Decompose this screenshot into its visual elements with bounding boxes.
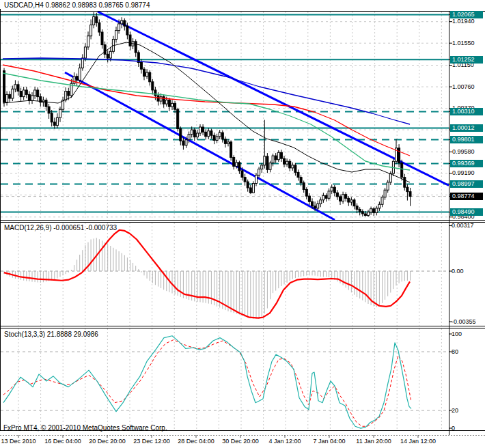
candle-body <box>37 90 39 97</box>
candle-body <box>48 107 50 113</box>
candle-body <box>359 210 361 212</box>
candle-body <box>208 131 210 137</box>
candle-body <box>336 193 338 197</box>
candle-body <box>381 197 383 205</box>
candle-body <box>90 25 92 36</box>
candle-body <box>177 109 179 128</box>
candle-body <box>269 163 271 170</box>
candle-body <box>28 94 30 100</box>
candle-body <box>34 90 36 96</box>
candle-body <box>25 90 27 94</box>
candle-body <box>314 206 316 208</box>
candle-body <box>331 187 333 191</box>
candle-body <box>364 214 366 215</box>
candle-body <box>152 82 154 90</box>
candle-body <box>406 187 408 191</box>
candle-body <box>109 51 111 58</box>
candle-body <box>387 182 389 190</box>
candle-body <box>20 92 22 97</box>
candle-body <box>261 165 263 169</box>
candle-body <box>300 178 302 183</box>
candle-body <box>370 209 372 212</box>
candle-body <box>126 26 128 35</box>
candle-body <box>210 131 212 135</box>
candle-body <box>59 109 61 117</box>
candle-body <box>129 35 131 46</box>
candle-body <box>348 198 350 202</box>
candle-body <box>93 16 95 25</box>
candle-body <box>171 103 174 107</box>
copyright-text: FxPro MT4, © 2001-2010 MetaQuotes Softwa… <box>3 424 167 432</box>
candle-body <box>236 163 238 167</box>
candle-body <box>188 135 190 140</box>
candle-body <box>219 132 221 137</box>
ma-green <box>3 73 410 170</box>
candle-body <box>31 96 33 100</box>
ma-fast-black <box>3 42 410 182</box>
candle-body <box>202 127 204 132</box>
chart-title-ohlc: USDCAD,H4 0.98862 0.98983 0.98765 0.9877… <box>4 1 150 9</box>
candle-body <box>373 209 375 213</box>
candle-body <box>68 92 70 96</box>
candle-body <box>107 54 109 58</box>
candle-body <box>272 156 274 163</box>
candle-body <box>325 195 327 198</box>
candle-body <box>283 158 286 164</box>
candle-body <box>87 36 89 47</box>
ma-red <box>3 65 410 156</box>
candle-body <box>345 195 347 199</box>
candle-body <box>221 132 223 139</box>
candle-body <box>317 204 319 208</box>
candle-body <box>154 90 156 96</box>
candle-body <box>73 76 75 84</box>
candle-body <box>76 76 78 81</box>
candle-body <box>328 191 330 199</box>
candle-body <box>199 127 202 133</box>
candle-body <box>361 212 363 214</box>
candle-body <box>311 201 314 206</box>
candle-body <box>277 152 279 160</box>
candle-body <box>174 103 176 109</box>
candle-body <box>9 94 11 98</box>
candle-body <box>51 113 53 122</box>
ma-slow-blue <box>3 58 410 124</box>
candle-body <box>168 100 170 107</box>
candle-body <box>196 133 198 137</box>
candle-body <box>163 97 165 104</box>
candle-body <box>342 195 344 201</box>
candle-body <box>98 23 100 32</box>
candle-body <box>398 148 400 163</box>
candle-body <box>140 62 142 69</box>
candle-body <box>182 141 184 145</box>
channel-lower-trendline <box>65 72 335 220</box>
candle-body <box>149 72 151 82</box>
candle-body <box>96 16 98 23</box>
candle-body <box>322 195 324 199</box>
candle-body <box>297 172 299 177</box>
candle-body <box>252 184 254 193</box>
candle-body <box>185 140 187 145</box>
candle-body <box>160 97 162 101</box>
candle-body <box>143 69 146 76</box>
candle-body <box>104 45 106 55</box>
stoch-main-line <box>3 336 411 428</box>
candle-body <box>350 200 352 202</box>
candle-body <box>255 175 258 183</box>
candle-body <box>247 182 249 188</box>
candle-body <box>146 72 148 76</box>
candle-body <box>135 42 137 53</box>
candle-body <box>118 24 120 31</box>
candle-body <box>84 47 86 58</box>
mt4-chart-window: USDCAD,H4 0.98862 0.98983 0.98765 0.9877… <box>0 0 485 448</box>
candle-body <box>3 71 5 102</box>
candle-body <box>275 156 277 160</box>
candle-body <box>333 187 335 193</box>
candle-body <box>280 152 282 158</box>
candle-body <box>368 212 370 216</box>
stoch-indicator-label: Stoch(13,3,3) 21.8888 29.0986 <box>4 331 98 338</box>
candle-body <box>65 92 67 100</box>
candle-body <box>294 165 296 173</box>
candle-body <box>227 142 230 143</box>
candle-body <box>401 163 403 178</box>
macd-signal-line <box>4 230 410 318</box>
